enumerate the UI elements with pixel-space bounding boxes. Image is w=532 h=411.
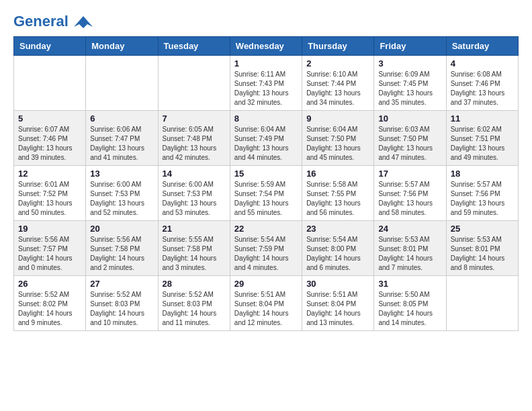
calendar-cell: 23Sunrise: 5:54 AM Sunset: 8:00 PM Dayli… xyxy=(302,221,374,276)
calendar-cell: 24Sunrise: 5:53 AM Sunset: 8:01 PM Dayli… xyxy=(374,221,446,276)
calendar-cell: 15Sunrise: 5:59 AM Sunset: 7:54 PM Dayli… xyxy=(230,166,302,221)
day-info: Sunrise: 6:07 AM Sunset: 7:46 PM Dayligh… xyxy=(18,125,81,163)
svg-marker-0 xyxy=(74,16,93,28)
calendar-week-row: 26Sunrise: 5:52 AM Sunset: 8:02 PM Dayli… xyxy=(14,276,519,331)
calendar-cell xyxy=(14,56,86,111)
day-info: Sunrise: 5:51 AM Sunset: 8:04 PM Dayligh… xyxy=(306,290,369,328)
day-number: 30 xyxy=(306,279,369,289)
day-info: Sunrise: 5:58 AM Sunset: 7:55 PM Dayligh… xyxy=(306,180,369,218)
day-number: 10 xyxy=(378,113,441,124)
calendar-cell: 2Sunrise: 6:10 AM Sunset: 7:44 PM Daylig… xyxy=(302,56,374,111)
logo-bird-icon xyxy=(74,15,93,30)
day-info: Sunrise: 5:53 AM Sunset: 8:01 PM Dayligh… xyxy=(451,235,514,273)
day-number: 5 xyxy=(18,113,81,124)
calendar-cell: 20Sunrise: 5:56 AM Sunset: 7:58 PM Dayli… xyxy=(86,221,158,276)
calendar-cell: 27Sunrise: 5:52 AM Sunset: 8:03 PM Dayli… xyxy=(86,276,158,331)
day-info: Sunrise: 6:02 AM Sunset: 7:51 PM Dayligh… xyxy=(451,125,514,163)
calendar-table: SundayMondayTuesdayWednesdayThursdayFrid… xyxy=(13,36,519,331)
calendar-week-row: 19Sunrise: 5:56 AM Sunset: 7:57 PM Dayli… xyxy=(14,221,519,276)
day-number: 31 xyxy=(378,279,441,289)
calendar-week-row: 1Sunrise: 6:11 AM Sunset: 7:43 PM Daylig… xyxy=(14,56,519,111)
calendar-cell: 18Sunrise: 5:57 AM Sunset: 7:56 PM Dayli… xyxy=(446,166,518,221)
day-info: Sunrise: 5:56 AM Sunset: 7:57 PM Dayligh… xyxy=(18,235,81,273)
calendar-cell: 31Sunrise: 5:50 AM Sunset: 8:05 PM Dayli… xyxy=(374,276,446,331)
day-number: 26 xyxy=(18,279,81,289)
day-number: 28 xyxy=(163,279,226,289)
calendar-cell: 5Sunrise: 6:07 AM Sunset: 7:46 PM Daylig… xyxy=(14,111,86,166)
day-number: 19 xyxy=(18,224,81,234)
weekday-header-friday: Friday xyxy=(374,37,446,56)
day-number: 13 xyxy=(90,169,153,179)
calendar-cell: 7Sunrise: 6:05 AM Sunset: 7:48 PM Daylig… xyxy=(158,111,230,166)
day-info: Sunrise: 5:57 AM Sunset: 7:56 PM Dayligh… xyxy=(451,180,514,218)
day-number: 29 xyxy=(234,279,298,289)
day-info: Sunrise: 6:01 AM Sunset: 7:52 PM Dayligh… xyxy=(18,180,81,218)
calendar-cell: 30Sunrise: 5:51 AM Sunset: 8:04 PM Dayli… xyxy=(302,276,374,331)
day-number: 18 xyxy=(451,169,514,179)
calendar-cell xyxy=(86,56,158,111)
weekday-header-wednesday: Wednesday xyxy=(230,37,302,56)
calendar-week-row: 5Sunrise: 6:07 AM Sunset: 7:46 PM Daylig… xyxy=(14,111,519,166)
calendar-cell: 16Sunrise: 5:58 AM Sunset: 7:55 PM Dayli… xyxy=(302,166,374,221)
day-number: 16 xyxy=(306,169,369,179)
calendar-cell: 9Sunrise: 6:04 AM Sunset: 7:50 PM Daylig… xyxy=(302,111,374,166)
day-number: 1 xyxy=(234,58,298,68)
day-info: Sunrise: 6:11 AM Sunset: 7:43 PM Dayligh… xyxy=(234,70,298,107)
weekday-header-sunday: Sunday xyxy=(14,37,86,56)
weekday-header-row: SundayMondayTuesdayWednesdayThursdayFrid… xyxy=(14,37,519,56)
calendar-cell: 25Sunrise: 5:53 AM Sunset: 8:01 PM Dayli… xyxy=(446,221,518,276)
day-info: Sunrise: 6:03 AM Sunset: 7:50 PM Dayligh… xyxy=(378,125,441,163)
calendar-cell: 3Sunrise: 6:09 AM Sunset: 7:45 PM Daylig… xyxy=(374,56,446,111)
calendar-cell: 6Sunrise: 6:06 AM Sunset: 7:47 PM Daylig… xyxy=(86,111,158,166)
day-info: Sunrise: 5:52 AM Sunset: 8:02 PM Dayligh… xyxy=(18,290,81,328)
calendar-cell: 14Sunrise: 6:00 AM Sunset: 7:53 PM Dayli… xyxy=(158,166,230,221)
day-info: Sunrise: 6:09 AM Sunset: 7:45 PM Dayligh… xyxy=(378,70,441,107)
day-info: Sunrise: 5:52 AM Sunset: 8:03 PM Dayligh… xyxy=(90,290,153,328)
calendar-cell: 1Sunrise: 6:11 AM Sunset: 7:43 PM Daylig… xyxy=(230,56,302,111)
calendar-cell: 12Sunrise: 6:01 AM Sunset: 7:52 PM Dayli… xyxy=(14,166,86,221)
day-number: 17 xyxy=(378,169,441,179)
weekday-header-tuesday: Tuesday xyxy=(158,37,230,56)
day-info: Sunrise: 5:57 AM Sunset: 7:56 PM Dayligh… xyxy=(378,180,441,218)
day-info: Sunrise: 6:00 AM Sunset: 7:53 PM Dayligh… xyxy=(90,180,153,218)
weekday-header-monday: Monday xyxy=(86,37,158,56)
day-info: Sunrise: 5:50 AM Sunset: 8:05 PM Dayligh… xyxy=(378,290,441,328)
calendar-cell: 19Sunrise: 5:56 AM Sunset: 7:57 PM Dayli… xyxy=(14,221,86,276)
day-info: Sunrise: 5:59 AM Sunset: 7:54 PM Dayligh… xyxy=(234,180,298,218)
day-number: 14 xyxy=(163,169,226,179)
calendar-cell: 4Sunrise: 6:08 AM Sunset: 7:46 PM Daylig… xyxy=(446,56,518,111)
calendar-cell xyxy=(158,56,230,111)
day-number: 9 xyxy=(306,113,369,124)
logo-text: General xyxy=(13,13,94,30)
day-info: Sunrise: 6:00 AM Sunset: 7:53 PM Dayligh… xyxy=(163,180,226,218)
calendar-cell: 26Sunrise: 5:52 AM Sunset: 8:02 PM Dayli… xyxy=(14,276,86,331)
day-info: Sunrise: 5:51 AM Sunset: 8:04 PM Dayligh… xyxy=(234,290,298,328)
day-number: 7 xyxy=(163,113,226,124)
day-info: Sunrise: 6:04 AM Sunset: 7:50 PM Dayligh… xyxy=(306,125,369,163)
day-info: Sunrise: 5:54 AM Sunset: 8:00 PM Dayligh… xyxy=(306,235,369,273)
calendar-cell: 13Sunrise: 6:00 AM Sunset: 7:53 PM Dayli… xyxy=(86,166,158,221)
logo: General xyxy=(13,13,94,30)
calendar-cell: 28Sunrise: 5:52 AM Sunset: 8:03 PM Dayli… xyxy=(158,276,230,331)
day-number: 3 xyxy=(378,58,441,68)
calendar-cell: 21Sunrise: 5:55 AM Sunset: 7:58 PM Dayli… xyxy=(158,221,230,276)
weekday-header-thursday: Thursday xyxy=(302,37,374,56)
calendar-cell: 22Sunrise: 5:54 AM Sunset: 7:59 PM Dayli… xyxy=(230,221,302,276)
day-info: Sunrise: 5:55 AM Sunset: 7:58 PM Dayligh… xyxy=(163,235,226,273)
day-number: 22 xyxy=(234,224,298,234)
day-info: Sunrise: 6:05 AM Sunset: 7:48 PM Dayligh… xyxy=(163,125,226,163)
day-number: 12 xyxy=(18,169,81,179)
day-number: 6 xyxy=(90,113,153,124)
calendar-week-row: 12Sunrise: 6:01 AM Sunset: 7:52 PM Dayli… xyxy=(14,166,519,221)
day-number: 8 xyxy=(234,113,298,124)
day-number: 23 xyxy=(306,224,369,234)
day-info: Sunrise: 5:56 AM Sunset: 7:58 PM Dayligh… xyxy=(90,235,153,273)
day-number: 21 xyxy=(163,224,226,234)
calendar-cell: 29Sunrise: 5:51 AM Sunset: 8:04 PM Dayli… xyxy=(230,276,302,331)
calendar-cell: 17Sunrise: 5:57 AM Sunset: 7:56 PM Dayli… xyxy=(374,166,446,221)
day-number: 2 xyxy=(306,58,369,68)
day-info: Sunrise: 6:04 AM Sunset: 7:49 PM Dayligh… xyxy=(234,125,298,163)
day-info: Sunrise: 5:52 AM Sunset: 8:03 PM Dayligh… xyxy=(163,290,226,328)
day-number: 15 xyxy=(234,169,298,179)
day-number: 4 xyxy=(451,58,514,68)
